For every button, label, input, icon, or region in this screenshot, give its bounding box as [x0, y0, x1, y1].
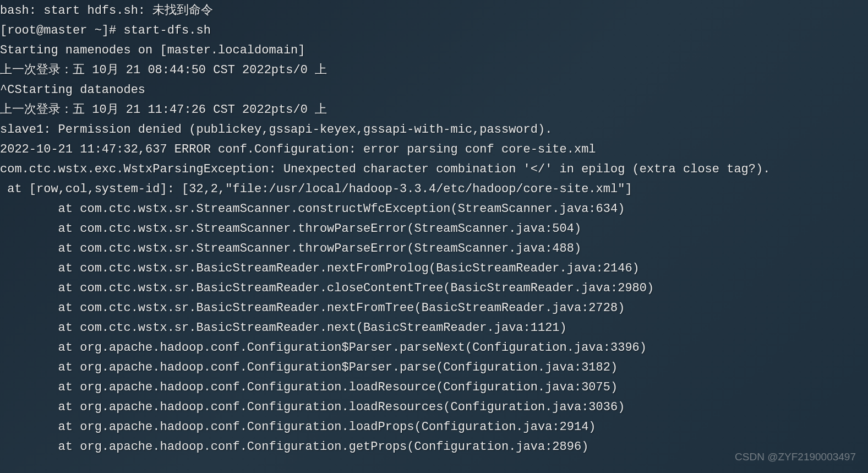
terminal-line: ^CStarting datanodes — [0, 80, 868, 100]
terminal-line: at com.ctc.wstx.sr.BasicStreamReader.nex… — [0, 298, 868, 318]
terminal-line: Starting namenodes on [master.localdomai… — [0, 41, 868, 61]
terminal-line: at org.apache.hadoop.conf.Configuration$… — [0, 338, 868, 358]
terminal-line: 2022-10-21 11:47:32,637 ERROR conf.Confi… — [0, 140, 868, 160]
terminal-line: slave1: Permission denied (publickey,gss… — [0, 120, 868, 140]
terminal-line: bash: start hdfs.sh: 未找到命令 — [0, 1, 868, 21]
terminal-line: 上一次登录：五 10月 21 11:47:26 CST 2022pts/0 上 — [0, 100, 868, 120]
terminal-line: at [row,col,system-id]: [32,2,"file:/usr… — [0, 180, 868, 199]
terminal-line: at com.ctc.wstx.sr.BasicStreamReader.nex… — [0, 259, 868, 279]
csdn-watermark: CSDN @ZYF2190003497 — [735, 451, 856, 463]
terminal-line: at org.apache.hadoop.conf.Configuration.… — [0, 398, 868, 417]
terminal-line: at com.ctc.wstx.sr.BasicStreamReader.clo… — [0, 279, 868, 298]
terminal-line: at com.ctc.wstx.sr.StreamScanner.throwPa… — [0, 239, 868, 259]
terminal-line: com.ctc.wstx.exc.WstxParsingException: U… — [0, 160, 868, 180]
terminal-line: at com.ctc.wstx.sr.StreamScanner.throwPa… — [0, 219, 868, 239]
terminal-line: at org.apache.hadoop.conf.Configuration$… — [0, 358, 868, 378]
terminal-line: at com.ctc.wstx.sr.BasicStreamReader.nex… — [0, 318, 868, 338]
terminal-line: 上一次登录：五 10月 21 08:44:50 CST 2022pts/0 上 — [0, 61, 868, 80]
terminal-line: [root@master ~]# start-dfs.sh — [0, 21, 868, 41]
terminal-output[interactable]: bash: start hdfs.sh: 未找到命令[root@master ~… — [0, 1, 868, 457]
terminal-line: at org.apache.hadoop.conf.Configuration.… — [0, 378, 868, 398]
terminal-line: at org.apache.hadoop.conf.Configuration.… — [0, 417, 868, 437]
terminal-line: at com.ctc.wstx.sr.StreamScanner.constru… — [0, 199, 868, 219]
